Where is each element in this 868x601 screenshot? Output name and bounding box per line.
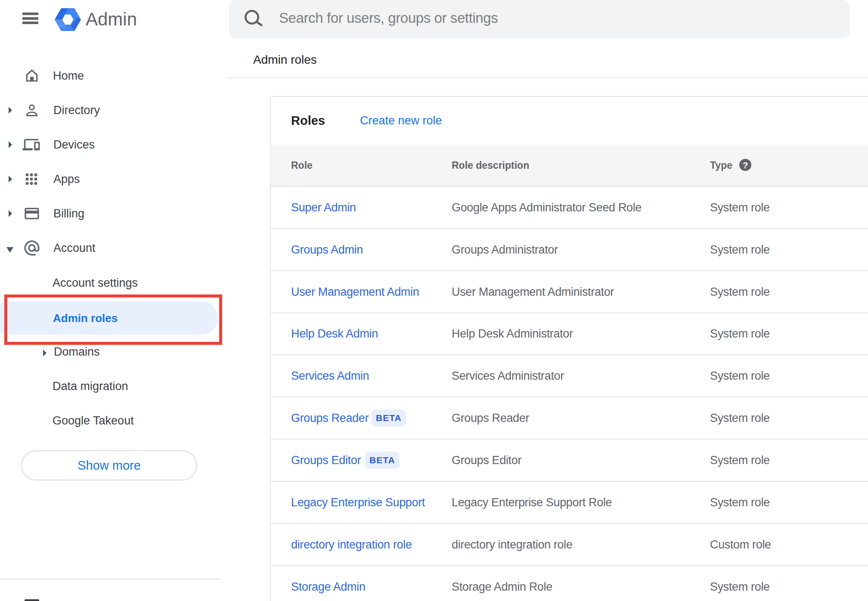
svg-text:?: ? [743, 161, 748, 170]
